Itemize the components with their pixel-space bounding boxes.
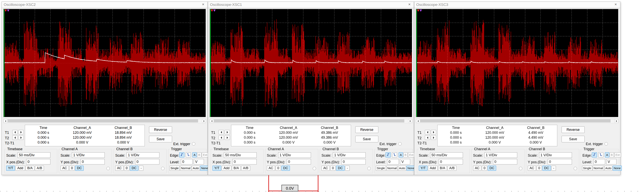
channel-b-ypos-field[interactable]: 0 bbox=[548, 159, 572, 164]
save-button[interactable]: Save bbox=[562, 136, 584, 142]
channel-a-indicator-radio[interactable] bbox=[106, 167, 110, 170]
channel-b-ypos-field[interactable]: 0 bbox=[342, 159, 366, 164]
cursor-t2-left-button[interactable] bbox=[425, 135, 430, 140]
channel-a-ypos-field[interactable]: 0 bbox=[80, 159, 105, 164]
cursor-t2-left-button[interactable] bbox=[12, 135, 18, 140]
cursor-t1-left-button[interactable] bbox=[12, 130, 18, 134]
scroll-right-arrow-icon[interactable] bbox=[614, 119, 618, 123]
channel-b-coupling-0[interactable]: 0 bbox=[124, 166, 129, 171]
cursor-t1-right-button[interactable] bbox=[18, 130, 24, 134]
channel-b-coupling--[interactable]: - bbox=[345, 166, 350, 171]
timebase-mode-add[interactable]: Add bbox=[16, 166, 25, 171]
trigger-source-a[interactable]: A bbox=[399, 152, 403, 158]
timebase-mode-a-b[interactable]: A/B bbox=[241, 166, 250, 171]
timebase-xpos-field[interactable]: 0 bbox=[26, 159, 50, 164]
channel-b-coupling-ac[interactable]: AC bbox=[322, 166, 330, 171]
channel-a-scale-field[interactable]: 1 V/Div bbox=[72, 152, 105, 158]
cursor-t1-left-button[interactable] bbox=[218, 130, 224, 134]
waveform-display[interactable] bbox=[210, 9, 412, 117]
timebase-mode-b-a[interactable]: B/A bbox=[232, 166, 241, 171]
trigger-level-unit-field[interactable]: V bbox=[400, 159, 410, 164]
titlebar[interactable]: Oscilloscope-XSC2 × bbox=[2, 2, 208, 8]
trigger-level-unit-field[interactable]: V bbox=[606, 159, 616, 164]
channel-a-coupling-dc[interactable]: DC bbox=[75, 166, 84, 171]
trigger-source-a[interactable]: A bbox=[192, 152, 197, 158]
channel-a-indicator-radio[interactable] bbox=[313, 167, 316, 170]
close-icon[interactable]: × bbox=[405, 2, 414, 7]
horizontal-scrollbar[interactable] bbox=[3, 119, 206, 123]
trigger-source-ext[interactable]: Ext bbox=[202, 152, 208, 158]
rising-edge-button[interactable] bbox=[179, 152, 184, 158]
timebase-scale-field[interactable]: 50 ms/Div bbox=[18, 152, 50, 158]
trigger-mode-single[interactable]: Single bbox=[582, 166, 592, 171]
channel-b-coupling-0[interactable]: 0 bbox=[536, 166, 542, 171]
channel-b-coupling-dc[interactable]: DC bbox=[542, 166, 551, 171]
trigger-source-a[interactable]: A bbox=[605, 152, 609, 158]
ext-trigger-radio[interactable] bbox=[192, 142, 195, 146]
circuit-wire[interactable] bbox=[318, 175, 318, 192]
trigger-source-b[interactable]: B bbox=[403, 152, 408, 158]
trigger-mode-auto[interactable]: Auto bbox=[398, 166, 406, 171]
close-icon[interactable]: × bbox=[199, 2, 208, 7]
waveform-display[interactable] bbox=[416, 9, 618, 117]
trigger-level-field[interactable]: 0 bbox=[387, 159, 399, 164]
falling-edge-button[interactable] bbox=[392, 152, 397, 158]
timebase-mode-a-b[interactable]: A/B bbox=[448, 166, 456, 171]
falling-edge-button[interactable] bbox=[598, 152, 603, 158]
timebase-mode-add[interactable]: Add bbox=[222, 166, 231, 171]
channel-a-scale-field[interactable]: 1 V/Div bbox=[278, 152, 311, 158]
rising-edge-button[interactable] bbox=[592, 152, 597, 158]
timebase-xpos-field[interactable]: 0 bbox=[439, 159, 463, 164]
reverse-button[interactable]: Reverse bbox=[562, 126, 584, 133]
trigger-mode-normal[interactable]: Normal bbox=[386, 166, 398, 171]
horizontal-scrollbar[interactable] bbox=[416, 119, 618, 123]
trigger-source-b[interactable]: B bbox=[610, 152, 614, 158]
trigger-mode-auto[interactable]: Auto bbox=[192, 166, 200, 171]
scroll-right-arrow-icon[interactable] bbox=[408, 119, 412, 123]
scroll-left-arrow-icon[interactable] bbox=[416, 119, 420, 123]
trigger-mode-single[interactable]: Single bbox=[170, 166, 180, 171]
circuit-wire[interactable] bbox=[268, 175, 269, 192]
timebase-mode-b-a[interactable]: B/A bbox=[26, 166, 34, 171]
cursor-t1-right-button[interactable] bbox=[431, 130, 436, 134]
scroll-left-arrow-icon[interactable] bbox=[210, 119, 214, 123]
channel-b-scale-field[interactable]: 1 V/Div bbox=[333, 152, 366, 158]
channel-a-coupling-0[interactable]: 0 bbox=[276, 166, 281, 171]
trigger-mode-none[interactable]: None bbox=[613, 166, 622, 171]
channel-b-ypos-field[interactable]: 0 bbox=[135, 159, 160, 164]
channel-a-coupling-ac[interactable]: AC bbox=[473, 166, 481, 171]
cursor-t2-right-button[interactable] bbox=[431, 135, 436, 140]
cursor-t1-left-button[interactable] bbox=[425, 130, 430, 134]
save-button[interactable]: Save bbox=[355, 136, 378, 142]
channel-b-coupling-ac[interactable]: AC bbox=[528, 166, 536, 171]
trigger-source-ext[interactable]: Ext bbox=[614, 152, 621, 158]
cursor-t2-right-button[interactable] bbox=[18, 135, 24, 140]
channel-b-indicator-radio[interactable] bbox=[368, 167, 371, 170]
cursor-t2-right-button[interactable] bbox=[225, 135, 230, 140]
probe-value-box[interactable]: 0.0V bbox=[282, 185, 298, 192]
timebase-mode-add[interactable]: Add bbox=[428, 166, 437, 171]
channel-a-coupling-ac[interactable]: AC bbox=[60, 166, 69, 171]
channel-a-coupling-0[interactable]: 0 bbox=[69, 166, 74, 171]
channel-a-ypos-field[interactable]: 0 bbox=[493, 159, 517, 164]
trigger-source-ext[interactable]: Ext bbox=[408, 152, 415, 158]
close-icon[interactable]: × bbox=[611, 2, 620, 7]
trigger-mode-normal[interactable]: Normal bbox=[593, 166, 604, 171]
trigger-mode-single[interactable]: Single bbox=[376, 166, 386, 171]
timebase-scale-field[interactable]: 50 ms/Div bbox=[430, 152, 463, 158]
horizontal-scrollbar[interactable] bbox=[210, 119, 412, 123]
scroll-left-arrow-icon[interactable] bbox=[4, 119, 8, 123]
channel-b-scale-field[interactable]: 1 V/Div bbox=[539, 152, 572, 158]
trigger-source-b[interactable]: B bbox=[197, 152, 202, 158]
scrollbar-thumb[interactable] bbox=[214, 119, 404, 122]
trigger-mode-normal[interactable]: Normal bbox=[180, 166, 192, 171]
scrollbar-thumb[interactable] bbox=[420, 119, 610, 122]
timebase-mode-y-t[interactable]: Y/T bbox=[419, 166, 428, 171]
channel-a-coupling-dc[interactable]: DC bbox=[488, 166, 496, 171]
channel-a-coupling-0[interactable]: 0 bbox=[482, 166, 487, 171]
cursor-t2-left-button[interactable] bbox=[218, 135, 224, 140]
timebase-mode-y-t[interactable]: Y/T bbox=[6, 166, 15, 171]
timebase-mode-b-a[interactable]: B/A bbox=[438, 166, 447, 171]
channel-a-ypos-field[interactable]: 0 bbox=[287, 159, 311, 164]
channel-a-coupling-dc[interactable]: DC bbox=[282, 166, 290, 171]
